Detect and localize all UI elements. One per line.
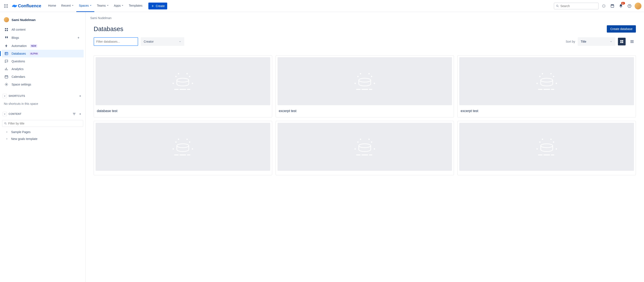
plus-icon [151, 4, 154, 8]
sidebar-item-label: Calendars [12, 75, 25, 78]
filter-databases-input[interactable] [94, 37, 138, 46]
svg-point-9 [556, 5, 558, 7]
svg-rect-17 [7, 30, 8, 31]
content-filter-box[interactable] [2, 120, 83, 127]
chevron-down-icon [122, 4, 124, 7]
svg-point-65 [556, 149, 556, 149]
all-content-icon [4, 28, 8, 32]
create-database-button[interactable]: Create database [607, 25, 636, 33]
tree-item[interactable]: Sample Pages [2, 128, 84, 135]
chevron-down-icon [179, 40, 181, 43]
add-shortcut-button[interactable] [78, 93, 83, 99]
svg-rect-5 [7, 6, 8, 6]
create-label: Create [156, 4, 165, 8]
database-grid: database testexcerpt testexcerpt test [90, 52, 639, 179]
svg-point-56 [371, 142, 372, 143]
svg-rect-23 [622, 40, 623, 41]
database-card[interactable] [276, 121, 454, 175]
nav-item-label: Templates [129, 4, 142, 7]
database-card[interactable]: excerpt test [457, 55, 636, 117]
svg-rect-25 [622, 42, 623, 43]
nav-item-spaces[interactable]: Spaces [76, 0, 94, 12]
sidebar-item-label: Blogs [12, 36, 19, 39]
sidebar-item-label: Questions [12, 60, 25, 63]
help-icon[interactable]: ? [626, 3, 633, 10]
svg-point-31 [178, 73, 179, 74]
add-blogs-button[interactable] [76, 35, 81, 40]
nav-item-templates[interactable]: Templates [126, 0, 145, 12]
content-section-header[interactable]: CONTENT [2, 110, 84, 118]
nav-item-recent[interactable]: Recent [58, 0, 76, 12]
notifications-icon[interactable]: 9+ [618, 3, 624, 10]
svg-point-55 [358, 142, 358, 143]
svg-point-28 [190, 76, 190, 77]
blogs-icon [4, 36, 8, 40]
shortcuts-title: SHORTCUTS [8, 94, 25, 97]
search-input[interactable] [559, 4, 596, 8]
space-avatar [4, 17, 9, 22]
svg-point-49 [190, 142, 190, 143]
svg-point-50 [173, 149, 174, 149]
profile-avatar[interactable] [634, 3, 642, 10]
sidebar-item-automation[interactable]: AutomationNEW [2, 42, 84, 50]
database-card[interactable]: excerpt test [276, 55, 454, 117]
svg-point-32 [187, 73, 188, 74]
svg-point-63 [553, 142, 554, 143]
space-header[interactable]: Sami Nudelman [2, 16, 84, 25]
nav-item-home[interactable]: Home [46, 0, 58, 12]
nav-item-teams[interactable]: Teams [94, 0, 111, 12]
svg-rect-6 [4, 7, 5, 8]
sidebar-item-analytics[interactable]: Analytics [2, 65, 84, 73]
shortcuts-section-header[interactable]: SHORTCUTS [2, 92, 84, 100]
content-title: CONTENT [8, 112, 22, 115]
content-filter-input[interactable] [7, 122, 81, 125]
sidebar-item-blogs[interactable]: Blogs [2, 33, 84, 42]
svg-point-29 [173, 83, 174, 84]
grid-view-button[interactable] [618, 38, 626, 45]
sidebar-item-questions[interactable]: Questions [2, 57, 84, 65]
notification-badge: 9+ [621, 2, 625, 5]
nav-items: HomeRecentSpacesTeamsAppsTemplates [46, 0, 145, 12]
add-content-button[interactable] [78, 111, 83, 116]
app-switcher-icon[interactable] [2, 3, 10, 10]
tasks-icon[interactable] [609, 3, 616, 10]
confluence-logo[interactable]: Confluence [10, 4, 43, 9]
breadcrumb[interactable]: Sami Nudelman [90, 16, 639, 20]
list-view-button[interactable] [628, 38, 636, 45]
svg-rect-24 [620, 42, 622, 43]
svg-point-45 [542, 73, 543, 74]
nav-item-label: Home [48, 4, 56, 7]
chevron-down-icon [90, 4, 92, 7]
svg-point-54 [359, 144, 371, 148]
sidebar-item-space-settings[interactable]: Space settings [2, 81, 84, 88]
create-button[interactable]: Create [148, 3, 167, 10]
sidebar-item-databases[interactable]: DatabasesALPHA [2, 50, 84, 57]
main-content: Sami Nudelman Databases Create database … [86, 12, 644, 282]
nav-item-apps[interactable]: Apps [112, 0, 126, 12]
svg-point-52 [178, 139, 179, 140]
sort-select[interactable]: Title [578, 37, 615, 46]
sidebar-item-calendars[interactable]: Calendars [2, 73, 84, 81]
database-thumbnail [459, 57, 634, 105]
svg-point-20 [6, 84, 7, 85]
database-card[interactable] [457, 121, 636, 175]
toolbar: Creator Sort by Title [90, 37, 639, 46]
svg-point-39 [368, 73, 369, 74]
creator-select[interactable]: Creator [141, 37, 184, 46]
sidebar-item-all-content[interactable]: All content [2, 26, 84, 33]
creator-label: Creator [144, 40, 154, 43]
chevron-down-icon [2, 112, 7, 116]
tree-item[interactable]: New goals template [2, 135, 84, 142]
svg-rect-15 [7, 28, 8, 29]
sidebar-item-label: All content [12, 28, 26, 31]
database-card[interactable]: database test [94, 55, 272, 117]
atlassian-switcher-icon[interactable] [600, 3, 607, 10]
content-filter-icon[interactable] [72, 111, 77, 116]
shortcuts-empty-text: No shortcuts in this space [2, 101, 84, 106]
search-icon [4, 122, 7, 125]
database-card[interactable] [94, 121, 272, 175]
svg-point-43 [537, 83, 537, 84]
svg-rect-1 [6, 4, 6, 5]
svg-point-59 [360, 139, 361, 140]
global-search[interactable] [554, 3, 599, 10]
